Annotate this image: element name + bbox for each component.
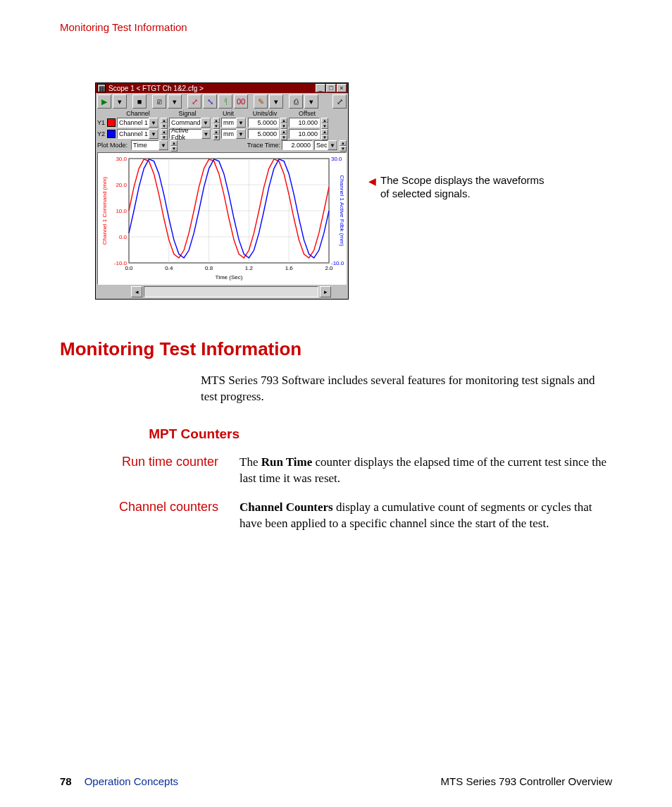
scroll-left-button[interactable]: ◂ (131, 286, 142, 297)
svg-text:1.2: 1.2 (245, 265, 254, 271)
print-button[interactable]: ⎙ (289, 94, 303, 109)
def-row-chcnt: Channel counters Channel Counters displa… (60, 500, 612, 532)
stop-button[interactable]: ■ (132, 94, 147, 109)
dropdown-button[interactable]: ▾ (113, 94, 127, 109)
minimize-button[interactable]: _ (316, 84, 325, 92)
svg-text:10.0: 10.0 (116, 208, 127, 214)
tool-button-1[interactable]: ⎚ (152, 94, 166, 109)
svg-text:-10.0: -10.0 (114, 260, 127, 266)
row-label: Y2 (97, 130, 106, 137)
plot-mode-label: Plot Mode: (97, 142, 130, 149)
signal-dropdown-y1[interactable]: Command▼ (169, 118, 211, 128)
svg-text:30.0: 30.0 (331, 156, 342, 162)
plot-mode-dropdown[interactable]: Time▼ (131, 140, 169, 150)
plot-mode-spinner[interactable]: ▲▼ (170, 140, 178, 150)
callout-line2: of selected signals. (380, 187, 471, 199)
window-title: Scope 1 < FTGT Ch 1&2.cfg > (108, 85, 315, 92)
tool-button-5[interactable]: 00 (234, 94, 248, 109)
intro-paragraph: MTS Series 793 Software includes several… (201, 373, 612, 405)
maximize-button[interactable]: □ (326, 84, 336, 92)
scope-window: ▦ Scope 1 < FTGT Ch 1&2.cfg > _ □ × ▶ ▾ … (95, 82, 349, 300)
scope-chart: 0.00.40.81.21.62.030.020.010.00.0-10.030… (97, 152, 347, 285)
svg-text:Channel 1 Command (mm): Channel 1 Command (mm) (101, 176, 108, 245)
sub-heading: MPT Counters (60, 426, 239, 442)
unitsdiv-spinner-y2[interactable]: ▲▼ (280, 129, 287, 139)
svg-text:Channel 1 Active Fdbk (mm): Channel 1 Active Fdbk (mm) (339, 175, 344, 247)
page-number: 78 (60, 775, 72, 787)
unit-dropdown-y1[interactable]: mm▼ (221, 118, 247, 128)
channel-spinner-y2[interactable]: ▲▼ (161, 129, 168, 139)
channel-spinner-y1[interactable]: ▲▼ (161, 118, 168, 128)
scope-app-icon: ▦ (97, 84, 106, 92)
svg-text:0.4: 0.4 (165, 265, 173, 271)
signal-dropdown-y2[interactable]: Active Fdbk▼ (169, 129, 211, 139)
signal-spinner-y2[interactable]: ▲▼ (213, 129, 220, 139)
footer-section: Operation Concepts (85, 775, 178, 787)
svg-text:-10.0: -10.0 (331, 260, 344, 266)
row-label: Y1 (97, 119, 106, 126)
svg-text:1.6: 1.6 (285, 265, 294, 271)
svg-text:30.0: 30.0 (116, 156, 127, 162)
scroll-bar: ◂ ▸ (96, 286, 348, 299)
svg-text:20.0: 20.0 (116, 182, 127, 188)
tool-button-6[interactable]: ✎ (254, 94, 268, 109)
scope-plot-svg: 0.00.40.81.21.62.030.020.010.00.0-10.030… (99, 154, 344, 281)
unitsdiv-spinner-y1[interactable]: ▲▼ (280, 118, 287, 128)
tool-button-4[interactable]: ᛩ (218, 94, 232, 109)
trace-time-unit-dropdown[interactable]: Sec▼ (314, 140, 338, 150)
trace-time-label: Trace Time: (247, 142, 280, 149)
footer-doc-title: MTS Series 793 Controller Overview (441, 775, 612, 787)
dropdown-button-2[interactable]: ▾ (168, 94, 182, 109)
callout-line1: The Scope displays the waveforms (380, 174, 545, 186)
channel-dropdown-y2[interactable]: Channel 1▼ (117, 129, 159, 139)
callout: ◀ The Scope displays the waveforms of se… (368, 174, 545, 201)
dropdown-button-3[interactable]: ▾ (269, 94, 283, 109)
plot-mode-row: Plot Mode: Time▼ ▲▼ Trace Time: 2.0000 S… (96, 140, 348, 151)
offset-input-y1[interactable]: 10.000 (289, 118, 320, 128)
tool-button-3[interactable]: ⤡ (203, 94, 217, 109)
def-term-chcnt: Channel counters (60, 500, 239, 515)
trace-time-input[interactable]: 2.0000 (282, 140, 313, 150)
play-button[interactable]: ▶ (97, 94, 111, 109)
svg-text:0.0: 0.0 (119, 234, 127, 240)
dropdown-button-4[interactable]: ▾ (304, 94, 318, 109)
offset-input-y2[interactable]: 10.000 (289, 129, 320, 139)
toolbar: ▶ ▾ ■ ⎚ ▾ ⤢ ⤡ ᛩ 00 ✎ ▾ ⎙ ▾ ⤢ (96, 93, 348, 110)
def-term-runtime: Run time counter (60, 455, 239, 469)
channel-dropdown-y1[interactable]: Channel 1▼ (117, 118, 159, 128)
section-heading: Monitoring Test Information (60, 338, 612, 360)
titlebar: ▦ Scope 1 < FTGT Ch 1&2.cfg > _ □ × (96, 83, 348, 93)
expand-button[interactable]: ⤢ (332, 94, 347, 109)
callout-arrow-icon: ◀ (368, 175, 376, 188)
tool-button-2[interactable]: ⤢ (187, 94, 201, 109)
signal-row-y1: Y1 Channel 1▼ ▲▼ Command▼ ▲▼ mm▼ 5.0000 … (96, 117, 348, 128)
unitsdiv-input-y1[interactable]: 5.0000 (248, 118, 279, 128)
def-body-runtime: The Run Time counter displays the elapse… (239, 455, 612, 487)
svg-text:0.8: 0.8 (205, 265, 213, 271)
svg-text:Time (Sec): Time (Sec) (216, 274, 243, 281)
running-header: Monitoring Test Information (60, 21, 612, 33)
unit-dropdown-y2[interactable]: mm▼ (221, 129, 247, 139)
column-headers: Channel Signal Unit Units/div Offset (96, 110, 348, 117)
unitsdiv-input-y2[interactable]: 5.0000 (248, 129, 279, 139)
offset-spinner-y2[interactable]: ▲▼ (321, 129, 328, 139)
signal-row-y2: Y2 Channel 1▼ ▲▼ Active Fdbk▼ ▲▼ mm▼ 5.0… (96, 128, 348, 140)
scroll-right-button[interactable]: ▸ (320, 286, 331, 297)
color-swatch-y1[interactable] (107, 118, 116, 127)
figure-row: ▦ Scope 1 < FTGT Ch 1&2.cfg > _ □ × ▶ ▾ … (95, 82, 612, 300)
close-button[interactable]: × (337, 84, 347, 92)
offset-spinner-y1[interactable]: ▲▼ (321, 118, 328, 128)
def-row-runtime: Run time counter The Run Time counter di… (60, 455, 612, 487)
color-swatch-y2[interactable] (107, 130, 116, 138)
trace-time-spinner[interactable]: ▲▼ (340, 140, 347, 150)
signal-spinner-y1[interactable]: ▲▼ (213, 118, 220, 128)
footer: 78 Operation Concepts MTS Series 793 Con… (60, 775, 612, 787)
def-body-chcnt: Channel Counters display a cumulative co… (239, 500, 612, 532)
scroll-track[interactable] (144, 286, 318, 297)
